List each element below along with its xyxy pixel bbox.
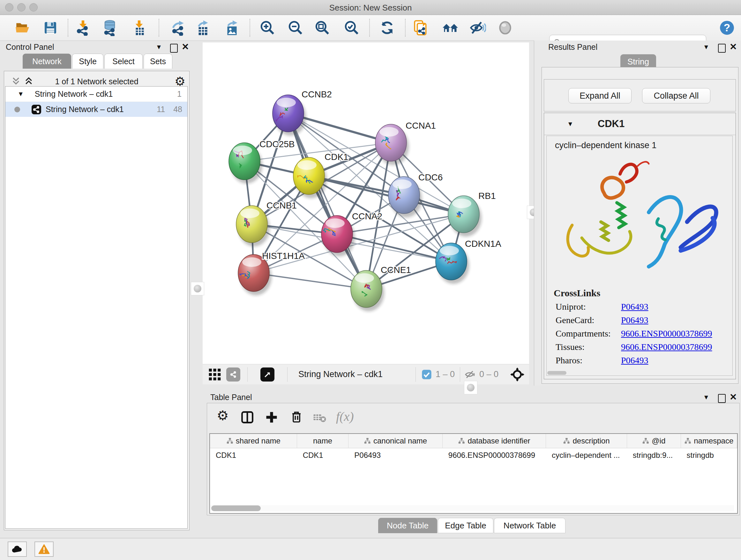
column-type-icon (642, 437, 649, 444)
node-label-cdkn1a: CDKN1A (465, 239, 501, 249)
network-node-rb1[interactable] (448, 196, 482, 237)
import-network-database-icon[interactable] (102, 19, 118, 36)
cell-canonical-name[interactable]: P06493 (348, 451, 442, 460)
tab-network[interactable]: Network (23, 54, 71, 69)
network-snapshot-icon[interactable] (412, 19, 429, 36)
cell-name[interactable]: CDK1 (297, 451, 349, 460)
horizontal-splitter-handle[interactable] (464, 381, 477, 394)
hidden-eye-icon[interactable] (465, 369, 476, 380)
cdk1-collapse-icon[interactable]: ▼ (567, 120, 574, 128)
hide-selected-icon[interactable] (469, 19, 486, 36)
network-row[interactable]: String Network – cdk1 11 48 (5, 102, 187, 117)
column-header-name[interactable]: name (297, 434, 349, 448)
first-neighbors-icon[interactable] (442, 19, 459, 36)
selected-checkbox-icon[interactable] (421, 369, 432, 380)
column-header-shared-name[interactable]: shared name (210, 434, 297, 448)
save-session-icon[interactable] (42, 19, 59, 36)
refresh-icon[interactable] (379, 19, 395, 36)
crosslink-link[interactable]: P06493 (621, 302, 649, 312)
cloud-button[interactable] (8, 542, 27, 557)
table-hscrollbar[interactable] (211, 505, 734, 511)
node-label-rb1: RB1 (478, 191, 495, 201)
zoom-in-icon[interactable] (259, 19, 276, 36)
export-table-icon[interactable] (194, 19, 211, 36)
column-header-description[interactable]: description (546, 434, 627, 448)
network-node-ccna2[interactable] (321, 215, 355, 256)
column-header-canonical-name[interactable]: canonical name (348, 434, 443, 448)
collapse-all-button[interactable]: Collapse All (642, 88, 711, 104)
network-canvas[interactable]: CCNB2CCNA1CDC25BCDK1CDC6RB1CCNB1CCNA2CDK… (203, 43, 529, 364)
network-node-cdc25b[interactable] (229, 143, 262, 184)
network-node-cdk1[interactable] (293, 158, 327, 198)
show-all-icon[interactable] (497, 19, 514, 36)
tab-network-table[interactable]: Network Table (494, 518, 565, 533)
export-image-icon[interactable] (224, 19, 240, 36)
grid-view-icon[interactable] (208, 368, 222, 381)
column-header-database-identifier[interactable]: database identifier (443, 434, 546, 448)
network-node-ccnb2[interactable] (273, 95, 306, 136)
add-column-icon[interactable] (265, 410, 279, 424)
column-type-icon (364, 437, 371, 444)
control-panel-float-icon[interactable] (170, 44, 178, 53)
network-node-ccnb1[interactable] (236, 206, 270, 246)
expand-all-button[interactable]: Expand All (568, 88, 631, 104)
results-hscroll-thumb[interactable] (547, 371, 566, 375)
cell--id[interactable]: stringdb:9... (627, 451, 681, 460)
network-node-cdkn1a[interactable] (435, 243, 469, 284)
cell-namespace[interactable]: stringdb (681, 451, 737, 460)
tab-node-table[interactable]: Node Table (378, 518, 437, 533)
cell-description[interactable]: cyclin–dependent ... (546, 451, 627, 460)
crosslink-link[interactable]: P06493 (621, 315, 649, 325)
import-network-icon[interactable] (75, 19, 91, 36)
results-panel-close-icon[interactable]: ✕ (730, 42, 737, 52)
control-panel-close-icon[interactable]: ✕ (182, 42, 189, 52)
tab-sets[interactable]: Sets (144, 54, 172, 69)
column-header--id[interactable]: @id (627, 434, 681, 448)
table-options-gear-icon[interactable]: ⚙ (217, 408, 229, 423)
left-splitter-handle[interactable] (191, 282, 204, 295)
crosslinks-list: Uniprot:P06493GeneCard:P06493Compartment… (547, 302, 732, 366)
network-share-view-icon[interactable] (226, 368, 240, 381)
delete-column-icon[interactable] (289, 410, 304, 424)
crosslink-link[interactable]: P06493 (621, 355, 649, 366)
application-window: Session: New Session (0, 0, 741, 560)
results-panel-float-icon[interactable] (718, 44, 726, 53)
network-edge[interactable] (288, 113, 366, 289)
cell-database-identifier[interactable]: 9606.ENSP00000378699 (443, 451, 546, 460)
control-panel-collapse-icon[interactable]: ▼ (156, 44, 162, 51)
warnings-button[interactable] (35, 542, 54, 557)
tab-style[interactable]: Style (72, 54, 104, 69)
zoom-out-icon[interactable] (287, 19, 304, 36)
import-table-icon[interactable] (131, 19, 147, 36)
table-panel-float-icon[interactable] (718, 394, 726, 403)
results-panel-collapse-icon[interactable]: ▼ (703, 44, 710, 51)
cdk1-section-header[interactable]: ▼ CDK1 (544, 113, 736, 135)
column-header-namespace[interactable]: namespace (681, 434, 738, 448)
show-columns-icon[interactable] (240, 410, 254, 424)
crosslink-link[interactable]: 9606.ENSP00000378699 (621, 328, 712, 339)
table-panel-close-icon[interactable]: ✕ (730, 392, 737, 402)
tab-select[interactable]: Select (105, 54, 143, 69)
birds-eye-view-icon[interactable] (260, 368, 274, 381)
cell-shared-name[interactable]: CDK1 (210, 451, 297, 460)
network-node-cdc6[interactable] (388, 177, 422, 217)
network-collection-row[interactable]: ▼ String Network – cdk1 1 (5, 86, 187, 102)
zoom-selected-icon[interactable] (343, 19, 360, 36)
help-icon[interactable]: ? (719, 19, 735, 36)
table-hscrollbar-thumb[interactable] (211, 505, 261, 511)
network-node-ccne1[interactable] (351, 270, 384, 311)
collection-expand-icon[interactable]: ▼ (17, 90, 24, 98)
fit-content-crosshair-icon[interactable] (510, 367, 525, 382)
crosslink-link[interactable]: 9606.ENSP00000378699 (621, 342, 712, 352)
open-session-icon[interactable] (14, 19, 30, 36)
table-panel-collapse-icon[interactable]: ▼ (703, 394, 710, 401)
crosslink-row: GeneCard:P06493 (556, 315, 732, 325)
function-builder-icon[interactable]: f(x) (336, 409, 354, 424)
results-panel-title: Results Panel (548, 43, 597, 52)
clear-table-icon[interactable] (313, 412, 327, 423)
network-graph[interactable]: CCNB2CCNA1CDC25BCDK1CDC6RB1CCNB1CCNA2CDK… (203, 43, 529, 364)
export-network-icon[interactable] (170, 19, 187, 36)
tab-edge-table[interactable]: Edge Table (438, 518, 493, 533)
zoom-fit-icon[interactable] (314, 19, 331, 36)
table-row[interactable]: CDK1CDK1P064939606.ENSP00000378699cyclin… (210, 448, 737, 462)
